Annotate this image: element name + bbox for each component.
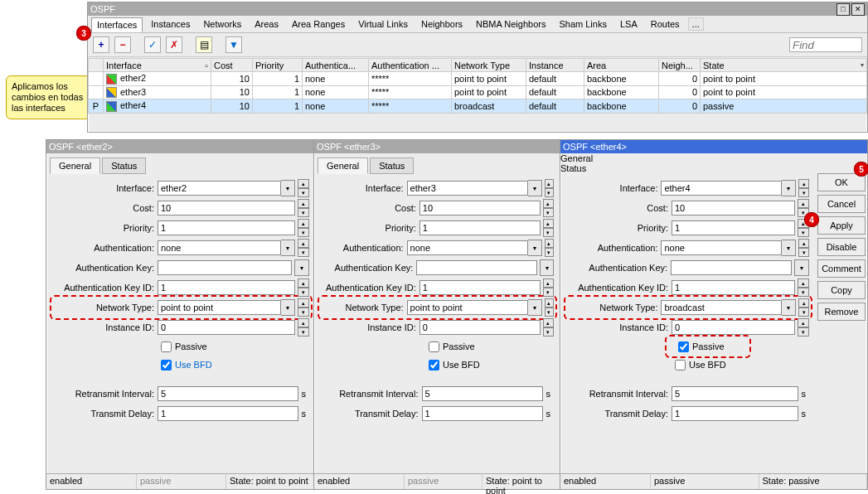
add-button[interactable]: + (93, 36, 109, 53)
tab-general[interactable]: General (560, 153, 816, 163)
instance-id-field[interactable] (158, 320, 295, 335)
col-priority[interactable]: Priority (253, 59, 303, 72)
tab-status[interactable]: Status (102, 157, 146, 174)
col-interface[interactable]: Interface▵ (104, 59, 211, 72)
table-row[interactable]: ether3 101 none*****point to point defau… (89, 85, 867, 99)
dropdown-arrow-icon[interactable]: ▾ (782, 180, 796, 196)
transmit-delay-field[interactable] (422, 406, 543, 421)
updown-arrows[interactable]: ▴▾ (545, 179, 554, 197)
updown-arrows[interactable]: ▴▾ (545, 239, 554, 257)
tab-general[interactable]: General (50, 157, 100, 174)
updown-arrows[interactable]: ▴▾ (298, 219, 309, 237)
reveal-arrow-icon[interactable]: ▾ (794, 259, 809, 276)
auth-field[interactable] (661, 240, 782, 255)
transmit-delay-field[interactable] (672, 406, 798, 421)
retransmit-field[interactable] (672, 386, 798, 401)
updown-arrows[interactable]: ▴▾ (298, 199, 309, 217)
authkey-field[interactable] (671, 260, 792, 275)
authkeyid-field[interactable] (672, 280, 795, 295)
tab-instances[interactable]: Instances (146, 17, 195, 31)
interface-field[interactable] (661, 181, 782, 196)
filter-button[interactable]: ▼ (225, 36, 242, 53)
updown-arrows[interactable]: ▴▾ (798, 278, 809, 297)
passive-checkbox[interactable] (429, 341, 439, 352)
tab-areas[interactable]: Areas (250, 17, 284, 31)
auth-field[interactable] (407, 240, 528, 255)
tab-status[interactable]: Status (370, 157, 414, 174)
updown-arrows[interactable]: ▴▾ (298, 278, 309, 297)
updown-arrows[interactable]: ▴▾ (298, 179, 309, 197)
passive-checkbox[interactable] (161, 341, 172, 352)
remove-button[interactable]: − (114, 36, 131, 53)
dropdown-arrow-icon[interactable]: ▾ (281, 240, 295, 256)
updown-arrows[interactable]: ▴▾ (298, 318, 309, 337)
disable-button[interactable]: Disable (817, 238, 866, 256)
priority-field[interactable] (419, 220, 541, 235)
tab-more[interactable]: ... (688, 17, 704, 31)
tab-nbma[interactable]: NBMA Neighbors (471, 17, 550, 31)
dropdown-arrow-icon[interactable]: ▾ (782, 299, 796, 316)
passive-checkbox[interactable] (678, 341, 689, 352)
updown-arrows[interactable]: ▴▾ (298, 298, 309, 317)
dropdown-arrow-icon[interactable]: ▾ (528, 180, 542, 196)
updown-arrows[interactable]: ▴▾ (543, 318, 554, 337)
reveal-arrow-icon[interactable]: ▾ (540, 259, 554, 276)
updown-arrows[interactable]: ▴▾ (543, 219, 554, 237)
comment-button[interactable]: Comment (817, 259, 866, 278)
col-cost[interactable]: Cost (211, 59, 253, 72)
network-type-field[interactable] (158, 300, 281, 315)
col-neigh[interactable]: Neigh... (659, 59, 701, 72)
col-area[interactable]: Area (584, 59, 659, 72)
remove-button[interactable]: Remove (817, 303, 866, 321)
table-row[interactable]: ether2 101 none*****point to point defau… (89, 72, 867, 86)
tab-virtual-links[interactable]: Virtual Links (353, 17, 413, 31)
dropdown-arrow-icon[interactable]: ▾ (782, 240, 796, 256)
col-authkey[interactable]: Authentication ... (369, 59, 452, 72)
col-ntype[interactable]: Network Type (452, 59, 526, 72)
updown-arrows[interactable]: ▴▾ (798, 318, 809, 337)
priority-field[interactable] (672, 220, 795, 235)
dropdown-arrow-icon[interactable]: ▾ (528, 299, 542, 316)
updown-arrows[interactable]: ▴▾ (543, 199, 554, 217)
instance-id-field[interactable] (419, 320, 541, 335)
enable-button[interactable]: ✓ (144, 36, 161, 53)
authkey-field[interactable] (158, 260, 292, 275)
cost-field[interactable] (672, 201, 795, 216)
tab-sham-links[interactable]: Sham Links (554, 17, 611, 31)
interface-field[interactable] (407, 181, 528, 196)
dropdown-arrow-icon[interactable]: ▾ (528, 240, 542, 256)
retransmit-field[interactable] (422, 386, 543, 401)
copy-button[interactable]: Copy (817, 281, 866, 299)
updown-arrows[interactable]: ▴▾ (798, 239, 809, 257)
network-type-field[interactable] (407, 300, 528, 315)
cost-field[interactable] (419, 201, 541, 216)
usebfd-checkbox[interactable] (675, 360, 686, 370)
dropdown-arrow-icon[interactable]: ▾ (281, 299, 295, 316)
apply-button[interactable]: Apply (817, 216, 866, 235)
authkey-field[interactable] (416, 260, 537, 275)
authkeyid-field[interactable] (158, 280, 295, 295)
table-row-selected[interactable]: P ether4 101 none*****broadcast defaultb… (89, 99, 867, 114)
updown-arrows[interactable]: ▴▾ (798, 179, 809, 197)
tab-area-ranges[interactable]: Area Ranges (287, 17, 350, 31)
retransmit-field[interactable] (158, 386, 298, 401)
auth-field[interactable] (158, 240, 281, 255)
updown-arrows[interactable]: ▴▾ (298, 239, 309, 257)
dropdown-arrow-icon[interactable]: ▾ (281, 180, 295, 196)
disable-button[interactable]: ✗ (166, 36, 182, 53)
transmit-delay-field[interactable] (158, 406, 298, 421)
network-type-field[interactable] (661, 300, 782, 315)
tab-neighbors[interactable]: Neighbors (416, 17, 468, 31)
tab-networks[interactable]: Networks (198, 17, 246, 31)
close-icon[interactable]: ✕ (851, 3, 865, 16)
updown-arrows[interactable]: ▴▾ (545, 298, 554, 317)
tab-interfaces[interactable]: Interfaces (91, 17, 143, 32)
col-menu-icon[interactable]: ▾ (861, 61, 864, 69)
cost-field[interactable] (158, 201, 295, 216)
find-input[interactable] (789, 37, 862, 52)
authkeyid-field[interactable] (419, 280, 541, 295)
instance-id-field[interactable] (672, 320, 795, 335)
reveal-arrow-icon[interactable]: ▾ (294, 259, 309, 276)
col-flag[interactable] (89, 59, 104, 72)
comment-button[interactable]: ▤ (196, 36, 212, 53)
